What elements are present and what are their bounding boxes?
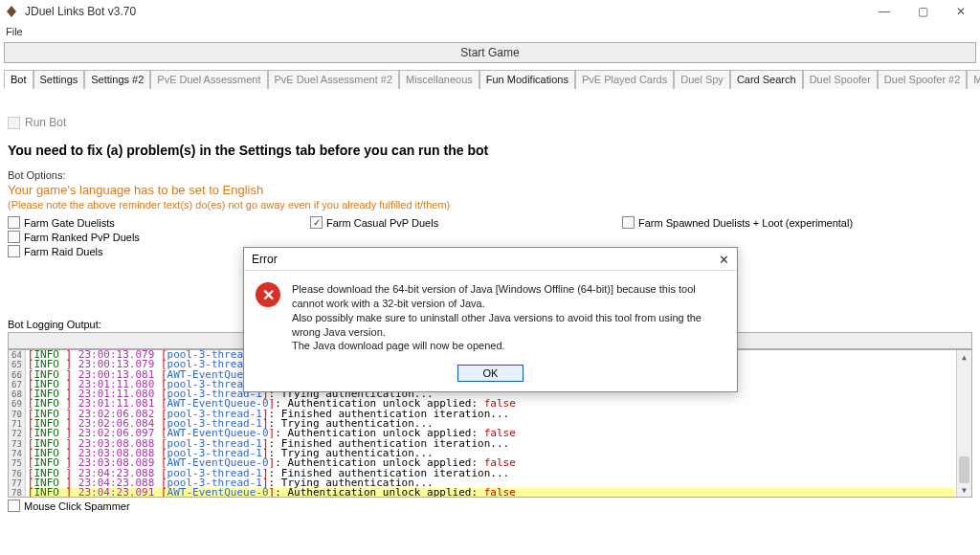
app-icon — [4, 4, 19, 19]
mouse-spammer-checkbox[interactable] — [8, 500, 20, 512]
tab-fun-modifications[interactable]: Fun Modifications — [479, 70, 575, 89]
scroll-down-icon[interactable]: ▼ — [957, 483, 971, 497]
farm-casual-checkbox[interactable] — [310, 216, 323, 229]
close-button[interactable]: ✕ — [942, 0, 980, 23]
farm-raid-label: Farm Raid Duels — [24, 246, 103, 257]
fix-warning-heading: You need to fix (a) problem(s) in the Se… — [8, 143, 972, 158]
farm-spawned-label: Farm Spawned Duelists + Loot (experiment… — [638, 217, 853, 229]
tab-pve-duel-assessment: PvE Duel Assessment — [150, 70, 267, 89]
farm-spawned-checkbox[interactable] — [622, 216, 635, 229]
farm-raid-checkbox[interactable] — [8, 245, 20, 257]
tab-pve-played-cards: PvE Played Cards — [575, 70, 674, 89]
tab-strip: BotSettingsSettings #2PvE Duel Assessmen… — [4, 69, 976, 89]
start-game-button[interactable]: Start Game — [4, 42, 976, 63]
log-line: [INFO ] 23:04:23.091 [AWT-EventQueue-0]:… — [28, 488, 954, 498]
error-line-3: The Java download page will now be opene… — [292, 339, 725, 353]
farm-row-2: Farm Ranked PvP Duels — [8, 231, 972, 243]
language-warning: Your game's language has to be set to En… — [8, 183, 972, 197]
tab-bot[interactable]: Bot — [4, 70, 33, 89]
farm-gate-checkbox[interactable] — [8, 216, 20, 229]
tab-duel-spoofer-2: Duel Spoofer #2 — [878, 70, 968, 89]
minimize-button[interactable]: — — [865, 0, 903, 23]
tab-miscellaneous: Miscellaneous — [399, 70, 479, 89]
log-scrollbar[interactable]: ▲ ▼ — [956, 350, 971, 497]
tab-duel-spy: Duel Spy — [674, 70, 730, 89]
error-line-1: Please download the 64-bit version of Ja… — [292, 282, 725, 311]
tab-settings[interactable]: Settings — [33, 70, 85, 89]
menu-file[interactable]: File — [6, 26, 23, 37]
scroll-thumb[interactable] — [959, 456, 969, 483]
error-dialog-title: Error — [252, 253, 278, 266]
error-dialog-footer: OK — [244, 361, 737, 391]
ok-button[interactable]: OK — [457, 365, 524, 382]
farm-ranked-label: Farm Ranked PvP Duels — [24, 232, 140, 243]
language-note: (Please note the above reminder text(s) … — [8, 199, 972, 211]
bot-options-label: Bot Options: — [8, 169, 972, 181]
maximize-button[interactable]: ▢ — [903, 0, 942, 23]
error-dialog-body: ✕ Please download the 64-bit version of … — [244, 271, 737, 361]
error-line-2: Also possibly make sure to uninstall oth… — [292, 311, 725, 340]
mouse-spammer-row: Mouse Click Spammer — [8, 500, 972, 512]
tab-settings-2[interactable]: Settings #2 — [84, 70, 150, 89]
farm-gate-label: Farm Gate Duelists — [24, 217, 115, 229]
tab-duel-spoofer: Duel Spoofer — [803, 70, 878, 89]
window-controls: — ▢ ✕ — [865, 0, 980, 23]
tab-pve-duel-assessment-2: PvE Duel Assessment #2 — [268, 70, 400, 89]
error-dialog: Error ✕ ✕ Please download the 64-bit ver… — [243, 247, 738, 392]
tab-mod-patcher: Mod Patcher — [967, 70, 980, 89]
error-dialog-titlebar[interactable]: Error ✕ — [244, 248, 737, 271]
run-bot-label: Run Bot — [25, 116, 66, 129]
log-gutter: 646566676869707172737475767778 — [9, 350, 26, 497]
scroll-up-icon[interactable]: ▲ — [957, 350, 971, 364]
farm-ranked-checkbox[interactable] — [8, 231, 20, 243]
window-title: JDuel Links Bot v3.70 — [25, 5, 136, 18]
mouse-spammer-label: Mouse Click Spammer — [24, 500, 130, 512]
run-bot-row: Run Bot — [8, 116, 972, 129]
title-bar: JDuel Links Bot v3.70 — ▢ ✕ — [0, 0, 980, 23]
run-bot-checkbox — [8, 117, 20, 129]
error-dialog-close-icon[interactable]: ✕ — [714, 250, 733, 269]
error-dialog-text: Please download the 64-bit version of Ja… — [292, 282, 725, 353]
menu-bar: File — [0, 23, 980, 40]
error-icon: ✕ — [256, 282, 280, 307]
farm-casual-label: Farm Casual PvP Duels — [326, 217, 438, 229]
farm-row-1: Farm Gate Duelists Farm Casual PvP Duels… — [8, 216, 972, 229]
tab-card-search[interactable]: Card Search — [730, 70, 803, 89]
